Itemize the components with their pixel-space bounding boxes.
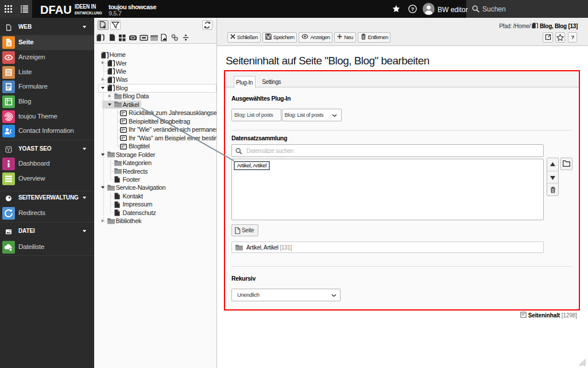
svg-text:?: ?: [411, 6, 415, 12]
